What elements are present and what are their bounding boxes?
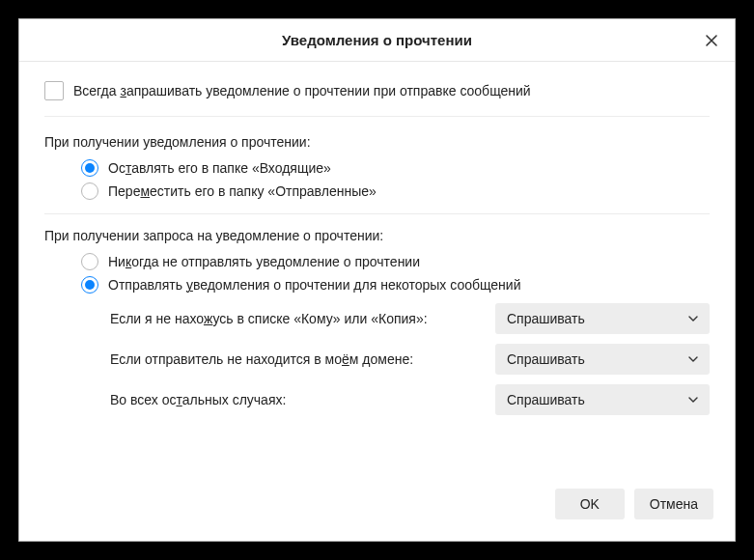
always-request-label: Всегда запрашивать уведомление о прочтен… bbox=[73, 83, 531, 98]
radio-send-some[interactable]: Отправлять уведомления о прочтении для н… bbox=[81, 276, 710, 294]
opt-label: Если я не нахожусь в списке «Кому» или «… bbox=[81, 311, 495, 326]
chevron-down-icon bbox=[688, 395, 698, 405]
dialog: Уведомления о прочтении Всегда запрашива… bbox=[18, 18, 736, 542]
close-icon[interactable] bbox=[698, 27, 725, 54]
dropdown-value: Спрашивать bbox=[507, 311, 585, 326]
radio-label: Оставлять его в папке «Входящие» bbox=[108, 160, 331, 176]
on-request-section: При получении запроса на уведомление о п… bbox=[44, 213, 710, 415]
always-request-row[interactable]: Всегда запрашивать уведомление о прочтен… bbox=[44, 81, 710, 100]
radio-move-sent[interactable]: Переместить его в папку «Отправленные» bbox=[81, 182, 710, 200]
on-receive-heading: При получении уведомления о прочтении: bbox=[44, 134, 710, 150]
radio-label: Переместить его в папку «Отправленные» bbox=[108, 183, 377, 199]
radio-send-some-input[interactable] bbox=[81, 276, 98, 294]
dropdown-value: Спрашивать bbox=[507, 351, 585, 367]
opt-not-my-domain: Если отправитель не находится в моём дом… bbox=[81, 344, 710, 375]
chevron-down-icon bbox=[688, 354, 698, 364]
dialog-title: Уведомления о прочтении bbox=[282, 32, 472, 48]
radio-label: Отправлять уведомления о прочтении для н… bbox=[108, 277, 521, 293]
chevron-down-icon bbox=[688, 314, 698, 323]
opt-label: Если отправитель не находится в моём дом… bbox=[81, 351, 495, 367]
opt-not-in-to-cc: Если я не нахожусь в списке «Кому» или «… bbox=[81, 303, 710, 334]
dialog-footer: OK Отмена bbox=[19, 475, 735, 541]
radio-move-sent-input[interactable] bbox=[81, 182, 98, 200]
radio-label: Никогда не отправлять уведомление о проч… bbox=[108, 254, 420, 269]
on-request-heading: При получении запроса на уведомление о п… bbox=[44, 228, 710, 243]
dropdown-not-my-domain[interactable]: Спрашивать bbox=[495, 344, 710, 375]
radio-never-send-input[interactable] bbox=[81, 253, 98, 270]
always-request-checkbox[interactable] bbox=[44, 81, 64, 100]
on-receive-section: При получении уведомления о прочтении: О… bbox=[44, 117, 710, 200]
cancel-button[interactable]: Отмена bbox=[634, 489, 713, 519]
dialog-content: Всегда запрашивать уведомление о прочтен… bbox=[19, 62, 735, 475]
radio-leave-inbox-input[interactable] bbox=[81, 159, 98, 177]
dropdown-value: Спрашивать bbox=[507, 392, 585, 407]
dropdown-other-cases[interactable]: Спрашивать bbox=[495, 384, 710, 415]
radio-never-send[interactable]: Никогда не отправлять уведомление о проч… bbox=[81, 253, 710, 270]
sub-options: Если я не нахожусь в списке «Кому» или «… bbox=[81, 303, 710, 415]
ok-button[interactable]: OK bbox=[555, 489, 625, 519]
opt-label: Во всех остальных случаях: bbox=[81, 392, 495, 407]
radio-leave-inbox[interactable]: Оставлять его в папке «Входящие» bbox=[81, 159, 710, 177]
titlebar: Уведомления о прочтении bbox=[19, 19, 735, 62]
opt-other-cases: Во всех остальных случаях: Спрашивать bbox=[81, 384, 710, 415]
dropdown-not-in-to-cc[interactable]: Спрашивать bbox=[495, 303, 710, 334]
